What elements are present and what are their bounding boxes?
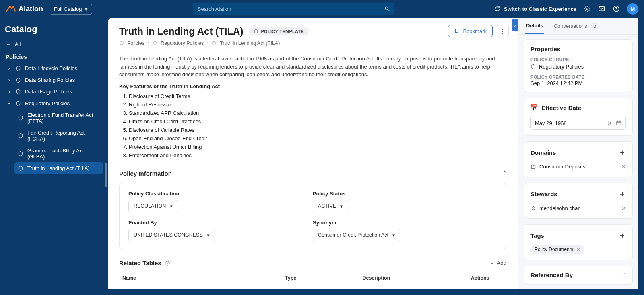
- avatar-initial: M: [631, 6, 635, 12]
- synonym-select[interactable]: Consumer Credit Protection Act ▾: [313, 229, 400, 241]
- stewards-card: Stewards ＋ mendelsohn chan ✕: [524, 183, 633, 219]
- sidebar-item-tila[interactable]: Truth in Lending Act (TILA): [14, 162, 103, 174]
- right-panel: › Details Conversations 0 Properties POL…: [518, 18, 638, 289]
- referenced-by-card: Referenced By ˅: [524, 266, 633, 285]
- tags-title: Tags: [530, 232, 544, 239]
- svg-point-5: [616, 10, 617, 11]
- chevron-right-icon: ›: [7, 65, 11, 71]
- add-steward-button[interactable]: ＋: [619, 189, 626, 199]
- collapse-right-panel-button[interactable]: ›: [512, 19, 518, 31]
- content-panel: Truth in Lending Act (TILA) POLICY TEMPL…: [108, 18, 518, 289]
- caret-down-icon: ▾: [170, 203, 173, 209]
- enacted-select[interactable]: UNITED STATES CONGRESS ▾: [128, 229, 215, 241]
- bookmark-button[interactable]: Bookmark: [448, 25, 493, 37]
- crumb-regulatory[interactable]: Regulatory Policies: [161, 40, 204, 46]
- remove-steward-button[interactable]: ✕: [621, 205, 626, 211]
- domain-item[interactable]: Consumer Deposits: [539, 164, 585, 170]
- expand-referenced-button[interactable]: ˅: [623, 272, 626, 278]
- sidebar-item-regulatory[interactable]: › Regulatory Policies: [4, 98, 103, 109]
- chevron-down-icon: ▾: [85, 6, 88, 12]
- template-icon: [254, 29, 258, 34]
- status-label: Policy Status: [313, 191, 497, 197]
- info-icon[interactable]: [165, 260, 170, 266]
- tab-conversations[interactable]: Conversations 0: [553, 18, 600, 34]
- user-avatar[interactable]: M: [627, 3, 638, 15]
- policy-group-value[interactable]: Regulatory Policies: [539, 64, 584, 70]
- sidebar-item-label: Data Lifecycle Policies: [25, 65, 77, 71]
- key-feature-item: Enforcement and Penalties: [129, 151, 506, 160]
- inbox-button[interactable]: [598, 5, 605, 12]
- tab-details[interactable]: Details: [525, 18, 544, 34]
- sidebar-scrollbar[interactable]: [105, 163, 107, 187]
- key-feature-item: Open-End and Closed-End Credit: [129, 134, 506, 143]
- chevron-right-icon: ›: [7, 89, 11, 95]
- remove-domain-button[interactable]: ✕: [621, 164, 626, 170]
- more-actions-button[interactable]: ⋮: [497, 25, 509, 37]
- global-search[interactable]: [193, 3, 394, 15]
- calendar-picker-button[interactable]: [616, 120, 621, 126]
- tab-label: Details: [526, 23, 543, 29]
- add-tag-button[interactable]: ＋: [619, 231, 626, 240]
- sidebar-item-label: Gramm-Leach-Bliley Act (GLBA): [27, 148, 100, 160]
- policy-icon: [153, 41, 157, 46]
- sidebar: Catalog ← All Policies › Data Lifecycle …: [0, 18, 108, 295]
- key-feature-item: Disclosure of Credit Terms: [129, 92, 506, 100]
- settings-button[interactable]: [584, 5, 591, 12]
- sidebar-item-usage[interactable]: › Data Usage Policies: [4, 86, 103, 98]
- tag-chip[interactable]: Policy Documents ✕: [530, 245, 584, 254]
- sidebar-item-lifecycle[interactable]: › Data Lifecycle Policies: [4, 62, 103, 74]
- policy-icon: [18, 133, 23, 139]
- user-icon: [530, 206, 536, 211]
- page-title: Truth in Lending Act (TILA): [119, 26, 243, 37]
- calendar-icon: 📅: [530, 104, 538, 111]
- sidebar-item-efta[interactable]: Electronic Fund Transfer Act (EFTA): [14, 109, 103, 127]
- svg-point-2: [586, 8, 588, 10]
- crumb-policies[interactable]: Policies: [127, 40, 144, 46]
- switch-classic-button[interactable]: Switch to Classic Experience: [494, 6, 576, 12]
- bookmark-label: Bookmark: [463, 28, 487, 34]
- add-domain-button[interactable]: ＋: [619, 148, 626, 157]
- collapse-section-button[interactable]: ˄: [503, 170, 506, 177]
- related-table-link[interactable]: Non Resident Borrowing: [130, 289, 186, 290]
- synonym-value: Consumer Credit Protection Act: [318, 232, 388, 238]
- sidebar-item-sharing[interactable]: › Data Sharing Policies: [4, 74, 103, 86]
- effective-date-input[interactable]: May 29, 1968 ✕: [530, 116, 626, 130]
- catalog-selector[interactable]: Full Catalog ▾: [50, 4, 92, 15]
- brand-name: Alation: [19, 5, 43, 13]
- key-feature-item: Protection Against Unfair Billing: [129, 143, 506, 151]
- effective-date-label: Effective Date: [541, 104, 581, 111]
- plus-icon: ＋: [489, 260, 495, 267]
- effective-date-value: May 29, 1968: [535, 120, 567, 126]
- classification-select[interactable]: REGULATION ▾: [128, 200, 178, 212]
- sidebar-item-glba[interactable]: Gramm-Leach-Bliley Act (GLBA): [14, 145, 103, 162]
- chevron-down-icon: ›: [6, 102, 12, 106]
- policy-icon: [119, 41, 124, 46]
- svg-line-1: [388, 10, 389, 11]
- mail-icon: [598, 5, 605, 12]
- steward-item[interactable]: mendelsohn chan: [539, 205, 581, 211]
- col-description: Description: [359, 271, 467, 285]
- chevron-right-icon: ›: [514, 22, 516, 28]
- crumb-current: Truth in Lending Act (TILA): [220, 40, 280, 46]
- sidebar-all[interactable]: ← All: [4, 39, 103, 50]
- add-related-table-button[interactable]: ＋ Add: [489, 260, 506, 267]
- domains-card: Domains ＋ Consumer Deposits ✕: [524, 141, 633, 177]
- sidebar-item-label: Regulatory Policies: [25, 100, 70, 106]
- remove-tag-button[interactable]: ✕: [576, 247, 580, 252]
- clear-date-button[interactable]: ✕: [607, 120, 612, 126]
- remove-row-button[interactable]: ✕: [471, 289, 475, 290]
- caret-down-icon: ▾: [392, 232, 395, 238]
- conversations-count: 0: [590, 23, 599, 29]
- referenced-by-title: Referenced By: [530, 272, 573, 278]
- chevron-right-icon: ›: [148, 40, 149, 46]
- key-features-list: Disclosure of Credit Terms Right of Resc…: [129, 92, 506, 160]
- arrow-left-icon: ←: [6, 41, 11, 47]
- policy-group-icon: [15, 77, 21, 83]
- sidebar-item-fcra[interactable]: Fair Credit Reporting Act (FCRA): [14, 127, 103, 145]
- search-input[interactable]: [197, 6, 384, 12]
- effective-date-card: 📅 Effective Date May 29, 1968 ✕: [524, 98, 633, 136]
- svg-point-7: [167, 262, 167, 262]
- brand-logo: Alation: [6, 4, 43, 14]
- status-select[interactable]: ACTIVE ▾: [313, 200, 348, 212]
- help-button[interactable]: [613, 5, 620, 12]
